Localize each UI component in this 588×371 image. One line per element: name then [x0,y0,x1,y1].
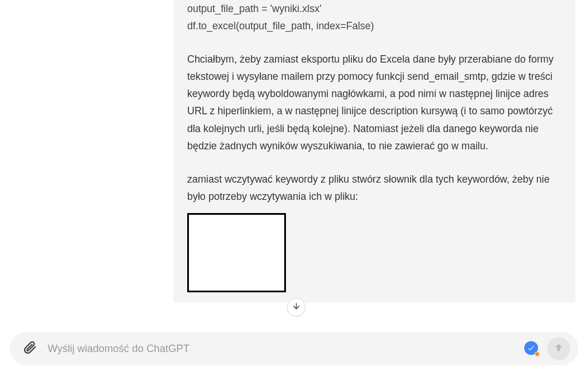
scroll-to-bottom-button[interactable] [287,298,305,316]
message-paragraph: zamiast wczytywać keywordy z pliku stwór… [187,171,562,205]
composer-bar: Wyślij wiadomość do ChatGPT [10,332,578,365]
code-line: output_file_path = 'wyniki.xlsx' [187,0,562,17]
message-bubble: output_file_path = 'wyniki.xlsx' df.to_e… [173,0,575,303]
composer-input[interactable]: Wyślij wiadomość do ChatGPT [48,343,524,355]
arrow-up-icon [554,342,564,355]
arrow-down-icon [292,302,301,313]
status-badge-button[interactable] [524,341,539,356]
notification-dot-icon [535,351,540,357]
attachment-icon [23,341,37,357]
attach-button[interactable] [20,339,40,358]
message-paragraph: Chciałbym, żeby zamiast eksportu pliku d… [187,51,562,154]
user-message: output_file_path = 'wyniki.xlsx' df.to_e… [173,0,575,303]
code-line: df.to_excel(output_file_path, index=Fals… [187,17,562,34]
chat-area: output_file_path = 'wyniki.xlsx' df.to_e… [0,0,588,333]
attached-image-placeholder[interactable] [187,213,286,292]
send-button[interactable] [547,337,570,360]
